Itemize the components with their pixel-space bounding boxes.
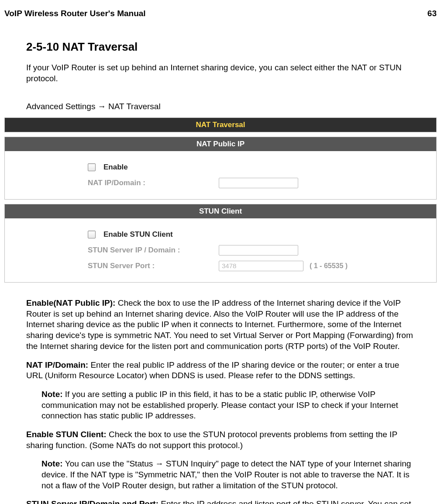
stun-ip-input[interactable]	[219, 245, 298, 255]
section-title: STUN Client	[5, 204, 436, 218]
label: STUN Server IP/Domain and Port:	[26, 499, 161, 504]
label: Note:	[41, 459, 65, 468]
nat-ip-input[interactable]	[219, 178, 298, 188]
stun-ip-label: STUN Server IP / Domain :	[88, 246, 219, 255]
stun-port-label: STUN Server Port :	[88, 262, 219, 270]
enable-nat-checkbox[interactable]	[88, 163, 96, 171]
para-stun-server: STUN Server IP/Domain and Port: Enter th…	[26, 499, 415, 504]
note-1: Note: If you are setting a public IP in …	[26, 389, 415, 421]
para-enable-stun: Enable STUN Client: Check the box to use…	[26, 429, 415, 451]
page-number: 63	[427, 9, 437, 18]
breadcrumb-part-a: Advanced Settings	[26, 102, 98, 111]
label: Enable(NAT Public IP):	[26, 298, 118, 307]
breadcrumb: Advanced Settings NAT Traversal	[26, 101, 415, 112]
text: You can use the "Status	[65, 459, 155, 468]
enable-stun-label: Enable STUN Client	[103, 230, 173, 239]
label: Note:	[41, 390, 65, 399]
para-enable-nat: Enable(NAT Public IP): Check the box to …	[26, 298, 415, 352]
text: If you are setting a public IP in this f…	[41, 390, 398, 420]
stun-port-range: ( 1 - 65535 )	[310, 262, 348, 270]
enable-stun-checkbox[interactable]	[88, 231, 96, 238]
section-title: NAT Public IP	[5, 137, 436, 151]
stun-port-input[interactable]: 3478	[219, 261, 303, 271]
intro-text: If your VoIP Router is set up behind an …	[26, 62, 415, 84]
nat-public-ip-panel: NAT Public IP Enable NAT IP/Domain :	[4, 137, 437, 200]
label: NAT IP/Domain:	[26, 360, 90, 369]
note-2: Note: You can use the "Status STUN Inqui…	[26, 459, 415, 491]
label: Enable STUN Client:	[26, 430, 109, 439]
breadcrumb-part-b: NAT Traversal	[106, 102, 161, 111]
panel-title: NAT Traversal	[5, 118, 436, 132]
nat-ip-label: NAT IP/Domain :	[88, 179, 219, 187]
nat-traversal-title-panel: NAT Traversal	[4, 117, 437, 132]
section-heading: 2-5-10 NAT Traversal	[26, 40, 415, 54]
para-nat-ip: NAT IP/Domain: Enter the real public IP …	[26, 360, 415, 381]
doc-header: VoIP Wireless Router User's Manual 63	[4, 9, 437, 18]
stun-client-panel: STUN Client Enable STUN Client STUN Serv…	[4, 204, 437, 283]
enable-nat-label: Enable	[103, 163, 128, 172]
doc-title: VoIP Wireless Router User's Manual	[4, 9, 146, 18]
arrow-icon	[98, 102, 106, 111]
arrow-icon	[155, 459, 164, 468]
